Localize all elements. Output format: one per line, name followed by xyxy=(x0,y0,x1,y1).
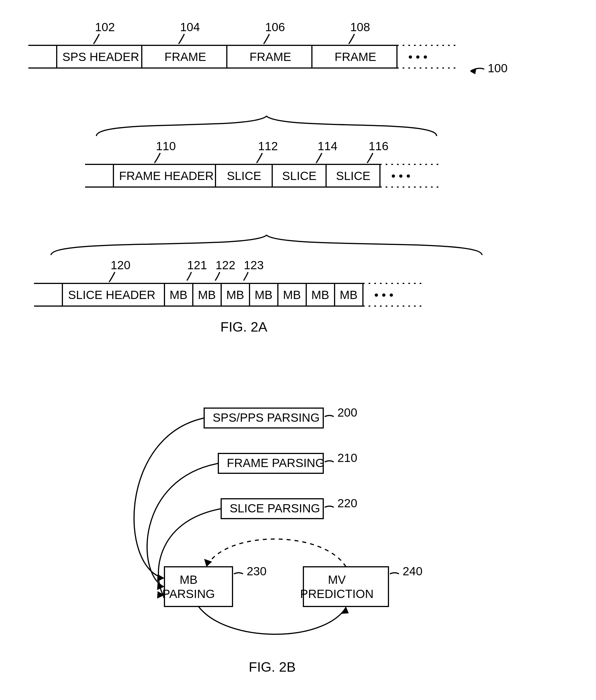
arrow-240-230-dashed xyxy=(207,539,346,567)
tick-104 xyxy=(179,34,184,44)
tick-116 xyxy=(367,153,373,163)
cell-frame-3: FRAME xyxy=(334,50,376,63)
tick-240 xyxy=(390,573,399,574)
block-mb-line2: PARSING xyxy=(162,587,215,600)
tick-220 xyxy=(325,506,334,507)
label-104: 104 xyxy=(180,20,200,34)
ellipsis-row1: • • • xyxy=(408,50,427,63)
tick-121 xyxy=(187,272,191,281)
tick-120 xyxy=(109,272,115,282)
block-slice-parsing: SLICE PARSING xyxy=(230,502,320,515)
tick-108 xyxy=(349,34,354,44)
label-220: 220 xyxy=(338,496,357,510)
label-240: 240 xyxy=(403,565,422,578)
label-100: 100 xyxy=(488,61,507,75)
tick-123 xyxy=(244,272,248,281)
label-120: 120 xyxy=(110,258,130,272)
cell-frame-2: FRAME xyxy=(249,50,291,63)
svg-rect-32 xyxy=(165,567,232,606)
cell-mb-2: MB xyxy=(198,288,216,302)
label-110: 110 xyxy=(156,139,176,153)
block-mv-line2: PREDICTION xyxy=(300,587,373,600)
row3: SLICE HEADER MB MB MB MB MB MB MB • • • xyxy=(34,283,425,306)
fig2b: SPS/PPS PARSING 200 FRAME PARSING 210 SL… xyxy=(134,406,422,634)
ellipsis-row3: • • • xyxy=(374,288,393,302)
cell-slice-3: SLICE xyxy=(336,169,370,182)
brace-1 xyxy=(96,116,437,136)
cell-mb-6: MB xyxy=(311,288,329,302)
label-123: 123 xyxy=(244,258,264,272)
block-frame-parsing: FRAME PARSING xyxy=(227,456,325,470)
label-230: 230 xyxy=(247,565,267,578)
cell-mb-7: MB xyxy=(340,288,357,302)
row2: FRAME HEADER SLICE SLICE SLICE • • • xyxy=(85,164,442,187)
block-mb-line1: MB xyxy=(180,573,198,586)
label-122: 122 xyxy=(216,258,235,272)
tick-200 xyxy=(325,415,334,417)
tick-106 xyxy=(264,34,269,44)
label-114: 114 xyxy=(318,139,338,153)
label-102: 102 xyxy=(95,20,115,34)
cell-frame-header: FRAME HEADER xyxy=(119,169,214,182)
brace-2 xyxy=(51,235,482,255)
label-200: 200 xyxy=(338,406,357,419)
row1: SPS HEADER FRAME FRAME FRAME • • • xyxy=(28,45,460,68)
label-121: 121 xyxy=(187,258,207,272)
cell-frame-1: FRAME xyxy=(165,50,206,63)
label-106: 106 xyxy=(265,20,285,34)
label-108: 108 xyxy=(350,20,370,34)
arrow-200-230 xyxy=(134,418,204,578)
svg-rect-33 xyxy=(303,567,389,606)
cell-mb-1: MB xyxy=(170,288,188,302)
caption-2b: FIG. 2B xyxy=(249,659,295,674)
tick-102 xyxy=(94,34,99,44)
svg-marker-38 xyxy=(204,559,212,567)
svg-marker-8 xyxy=(470,68,476,74)
block-sps-pps: SPS/PPS PARSING xyxy=(213,411,320,424)
tick-210 xyxy=(325,461,334,462)
arrow-230-240 xyxy=(198,606,346,634)
cell-slice-1: SLICE xyxy=(227,169,261,182)
cell-mb-5: MB xyxy=(283,288,301,302)
label-210: 210 xyxy=(338,451,357,465)
tick-110 xyxy=(154,153,160,163)
cell-slice-header: SLICE HEADER xyxy=(68,288,155,302)
cell-slice-2: SLICE xyxy=(282,169,317,182)
cell-sps-header: SPS HEADER xyxy=(63,50,139,63)
tick-112 xyxy=(256,153,262,163)
label-112: 112 xyxy=(258,139,278,153)
cell-mb-4: MB xyxy=(255,288,272,302)
ellipsis-row2: • • • xyxy=(391,169,410,182)
caption-2a: FIG. 2A xyxy=(220,319,267,334)
label-116: 116 xyxy=(369,139,389,153)
tick-114 xyxy=(316,153,322,163)
tick-122 xyxy=(215,272,220,281)
tick-230 xyxy=(234,573,243,574)
cell-mb-3: MB xyxy=(226,288,244,302)
block-mv-line1: MV xyxy=(328,573,346,586)
svg-marker-37 xyxy=(341,606,349,614)
